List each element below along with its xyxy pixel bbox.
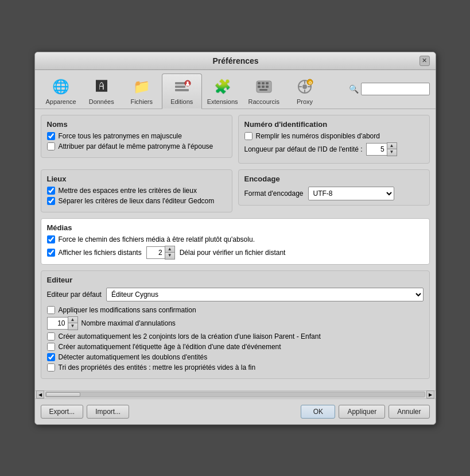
tab-donnees[interactable]: 🅰 Données	[81, 73, 122, 109]
numero-check-row: Remplir les numéros disponibles d'abord	[244, 132, 424, 140]
medias-spin-input[interactable]	[146, 246, 165, 259]
numero-field-row: Longueur par défaut de l'ID de l'entité …	[244, 142, 424, 156]
scroll-left[interactable]: ◀	[36, 390, 44, 398]
lieux-checkbox-0[interactable]	[47, 187, 55, 195]
encodage-section: Encodage Format d'encodage UTF-8 ISO-885…	[238, 169, 430, 218]
svg-rect-8	[262, 82, 265, 84]
scroll-right[interactable]: ▶	[426, 390, 434, 398]
noms-checkbox-1[interactable]	[47, 142, 55, 150]
apply-button[interactable]: Appliquer	[339, 405, 385, 419]
lieux-check-1: Séparer les critères de lieux dans l'édi…	[47, 197, 226, 205]
numero-spin-btns: ▲ ▼	[387, 142, 397, 156]
svg-rect-12	[266, 86, 269, 88]
tab-apparence[interactable]: 🌐 Apparence	[41, 73, 81, 109]
lieux-checkbox-1[interactable]	[47, 197, 55, 205]
tab-extensions-label: Extensions	[207, 98, 238, 105]
donnees-icon: 🅰	[91, 76, 112, 97]
medias-checkbox-1[interactable]	[47, 249, 55, 257]
medias-check-1: Afficher les fichiers distants	[47, 249, 142, 257]
noms-check-0: Force tous les patronymes en majuscule	[47, 132, 226, 140]
medias-spin-up[interactable]: ▲	[165, 246, 174, 253]
noms-title: Noms	[47, 120, 226, 129]
scroll-track[interactable]	[45, 392, 425, 397]
editeur-section: Editeur Editeur par défaut Éditeur Cygnu…	[41, 270, 430, 379]
editeur-label: Editeur par défaut	[47, 291, 102, 299]
ok-button[interactable]: OK	[301, 405, 335, 419]
numero-checkbox[interactable]	[244, 132, 253, 140]
editeur-label-1: Créer automatiquement les 2 conjoints lo…	[59, 332, 321, 340]
editeur-spin-input[interactable]	[47, 317, 68, 330]
numero-section: Numéro d'identification Remplir les numé…	[238, 115, 430, 169]
medias-spin-down[interactable]: ▼	[165, 253, 174, 259]
noms-box: Noms Force tous les patronymes en majusc…	[41, 115, 232, 158]
editeur-select-row: Editeur par défaut Éditeur Cygnus Autre …	[47, 288, 424, 301]
scroll-thumb[interactable]	[46, 392, 80, 397]
medias-label-0: Force le chemin des fichiers média à êtr…	[59, 235, 255, 243]
tab-proxy[interactable]: ⚙ Proxy	[285, 73, 325, 109]
tab-apparence-label: Apparence	[46, 98, 76, 105]
dialog-title: Préférences	[52, 56, 419, 65]
svg-rect-11	[262, 86, 265, 88]
tab-fichiers[interactable]: 📁 Fichiers	[122, 73, 162, 109]
tab-editions-label: Editions	[170, 98, 193, 105]
search-input[interactable]	[361, 83, 430, 95]
noms-label-0: Force tous les patronymes en majuscule	[59, 132, 182, 140]
editeur-checkbox-0[interactable]	[47, 306, 55, 314]
apparence-icon: 🌐	[51, 76, 71, 97]
encodage-select[interactable]: UTF-8 ISO-8859-1 ASCII	[308, 187, 394, 200]
numero-check-label: Remplir les numéros disponibles d'abord	[256, 132, 380, 140]
editeur-checkbox-4[interactable]	[47, 363, 55, 371]
editeur-label-4: Tri des propriétés des entités : mettre …	[59, 363, 256, 371]
numero-spin-up[interactable]: ▲	[387, 143, 397, 149]
editeur-spin-label: Nombre maximal d'annulations	[81, 319, 176, 327]
svg-rect-0	[175, 89, 189, 91]
tab-raccourcis[interactable]: Raccourcis	[243, 73, 285, 109]
editeur-check-0: Appliquer les modifications sans confirm…	[47, 306, 424, 314]
noms-section: Noms Force tous les patronymes en majusc…	[41, 115, 232, 169]
editeur-checkbox-2[interactable]	[47, 343, 55, 351]
editeur-spin-up[interactable]: ▲	[68, 317, 77, 323]
numero-spin-input[interactable]	[366, 143, 387, 156]
export-button[interactable]: Export...	[41, 405, 84, 419]
svg-text:⚙: ⚙	[308, 80, 312, 86]
editions-icon	[172, 76, 192, 97]
tab-extensions[interactable]: 🧩 Extensions	[202, 73, 243, 109]
toolbar: 🌐 Apparence 🅰 Données 📁 Fichiers	[35, 70, 436, 109]
svg-rect-5	[186, 84, 189, 86]
close-button[interactable]: ✕	[419, 56, 430, 66]
svg-rect-7	[258, 82, 261, 84]
editeur-spin-down[interactable]: ▼	[68, 323, 77, 330]
editeur-label-2: Créer automatiquement l'étiquette âge à …	[59, 343, 281, 351]
search-area: 🔍	[349, 83, 430, 99]
tab-proxy-label: Proxy	[297, 98, 313, 105]
noms-checkbox-0[interactable]	[47, 132, 55, 140]
lieux-section: Lieux Mettre des espaces entre les critè…	[41, 169, 232, 218]
lieux-title: Lieux	[47, 175, 226, 183]
svg-rect-10	[258, 86, 261, 88]
medias-checkbox-0[interactable]	[47, 235, 55, 243]
import-button[interactable]: Import...	[87, 405, 129, 419]
tab-raccourcis-label: Raccourcis	[248, 98, 279, 105]
bottom-bar: Export... Import... OK Appliquer Annuler	[35, 398, 436, 424]
svg-rect-13	[259, 89, 267, 91]
preferences-dialog: Préférences ✕ 🌐 Apparence 🅰 Données 📁 Fi…	[34, 52, 436, 425]
encodage-label: Format d'encodage	[244, 189, 304, 198]
editeur-spin-row: ▲ ▼ Nombre maximal d'annulations	[47, 316, 424, 330]
numero-box: Numéro d'identification Remplir les numé…	[238, 115, 430, 164]
numero-spin: ▲ ▼	[366, 142, 397, 156]
numero-field-label: Longueur par défaut de l'ID de l'entité …	[244, 145, 363, 153]
editeur-check-3: Détecter automatiquement les doublons d'…	[47, 353, 424, 361]
editeur-checkbox-1[interactable]	[47, 332, 55, 340]
editeur-select[interactable]: Éditeur Cygnus Autre éditeur	[106, 288, 424, 301]
editeur-label-3: Détecter automatiquement les doublons d'…	[59, 353, 208, 361]
cancel-button[interactable]: Annuler	[389, 405, 429, 419]
noms-check-1: Attribuer par défaut le même patronyme à…	[47, 142, 226, 150]
lieux-label-0: Mettre des espaces entre les critères de…	[59, 187, 197, 195]
editeur-checkbox-3[interactable]	[47, 353, 55, 361]
tab-editions[interactable]: Editions	[162, 73, 202, 109]
extensions-icon: 🧩	[212, 76, 233, 97]
numero-spin-down[interactable]: ▼	[387, 149, 397, 156]
tab-fichiers-label: Fichiers	[130, 98, 153, 105]
medias-section: Médias Force le chemin des fichiers médi…	[41, 218, 430, 265]
svg-rect-1	[175, 86, 185, 88]
